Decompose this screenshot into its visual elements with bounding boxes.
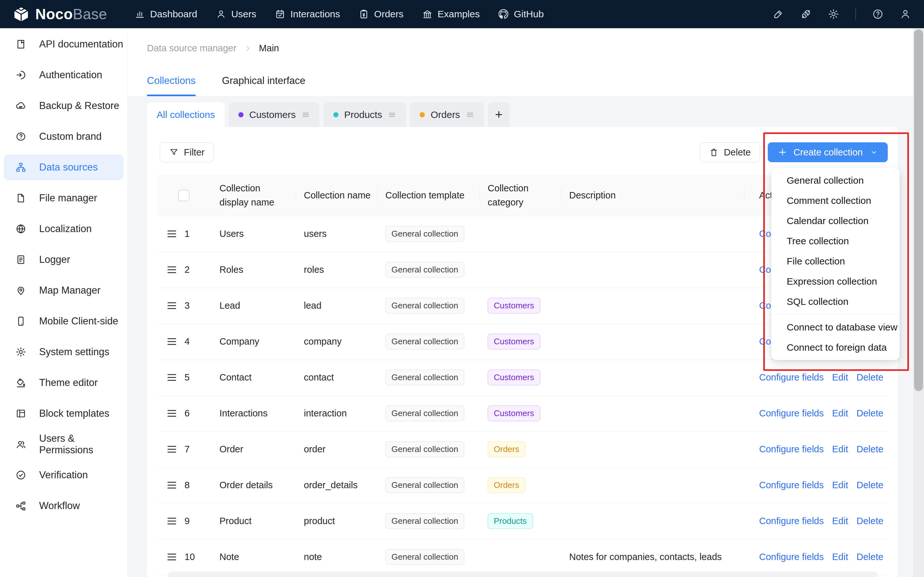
account-icon[interactable] <box>900 8 911 20</box>
sidebar-item-data-sources[interactable]: Data sources <box>4 155 124 180</box>
row-index: 9 <box>184 516 190 526</box>
nav-item-orders[interactable]: Orders <box>359 9 404 19</box>
configure-fields-link[interactable]: Configure fields <box>759 444 824 455</box>
drag-handle-icon[interactable] <box>168 374 176 381</box>
cell-display-name: Order <box>212 444 296 455</box>
configure-fields-link[interactable]: Configure fields <box>759 372 824 383</box>
menu-item-file-collection[interactable]: File collection <box>771 251 900 271</box>
row-index: 10 <box>184 552 195 562</box>
drag-handle-icon[interactable] <box>168 230 176 237</box>
delete-link[interactable]: Delete <box>856 372 883 383</box>
drag-handle-icon[interactable] <box>168 518 176 524</box>
breadcrumb-parent[interactable]: Data source manager <box>147 43 236 53</box>
bar-chart-icon <box>135 9 145 19</box>
configure-fields-link[interactable]: Configure fields <box>759 552 824 562</box>
delete-link[interactable]: Delete <box>856 552 883 562</box>
settings-gear-icon[interactable] <box>828 8 839 20</box>
plugin-manager-icon[interactable] <box>800 8 812 20</box>
tab-menu-icon[interactable] <box>466 111 474 119</box>
category-tag: Customers <box>488 298 540 314</box>
products-dot <box>333 112 338 117</box>
sidebar-item-custom-brand[interactable]: Custom brand <box>0 121 128 152</box>
tab-orders[interactable]: Orders <box>410 102 484 127</box>
ui-editor-pen-icon[interactable] <box>772 8 784 20</box>
menu-item-connect-foreign-data[interactable]: Connect to foreign data <box>771 337 900 358</box>
sidebar-item-verification[interactable]: Verification <box>0 460 128 490</box>
sidebar-item-workflow[interactable]: Workflow <box>0 490 128 521</box>
tab-menu-icon[interactable] <box>302 111 310 119</box>
sidebar-item-localization[interactable]: Localization <box>0 213 128 244</box>
cell-description: Notes for companies, contacts, leads <box>561 552 744 562</box>
edit-link[interactable]: Edit <box>832 480 848 490</box>
menu-item-general-collection[interactable]: General collection <box>771 170 900 190</box>
sidebar-item-theme-editor[interactable]: Theme editor <box>0 367 128 398</box>
delete-link[interactable]: Delete <box>856 516 883 526</box>
create-collection-button[interactable]: Create collection <box>768 142 888 162</box>
drag-handle-icon[interactable] <box>168 554 176 560</box>
drag-handle-icon[interactable] <box>168 446 176 453</box>
template-tag: General collection <box>385 477 464 493</box>
drag-handle-icon[interactable] <box>168 482 176 488</box>
tab-menu-icon[interactable] <box>388 111 396 119</box>
sidebar-item-mobile-client[interactable]: Mobile Client-side <box>0 306 128 337</box>
sidebar-item-authentication[interactable]: Authentication <box>0 60 128 90</box>
page-scrollbar[interactable] <box>913 28 924 577</box>
scrollbar-thumb[interactable] <box>914 29 923 391</box>
people-icon <box>15 439 26 450</box>
login-icon <box>15 69 26 81</box>
edit-link[interactable]: Edit <box>832 552 848 562</box>
tab-all-collections[interactable]: All collections <box>147 102 225 127</box>
cell-name: order_details <box>296 480 378 490</box>
row-actions: Configure fieldsEditDelete <box>744 372 889 383</box>
delete-link[interactable]: Delete <box>856 480 883 490</box>
edit-link[interactable]: Edit <box>832 444 848 455</box>
row-index: 2 <box>184 264 190 275</box>
tab-graphical-interface[interactable]: Graphical interface <box>222 75 305 96</box>
sidebar-item-block-templates[interactable]: Block templates <box>0 398 128 429</box>
sidebar-item-map-manager[interactable]: Map Manager <box>0 275 128 306</box>
nav-item-interactions[interactable]: Interactions <box>275 9 340 19</box>
nav-item-dashboard[interactable]: Dashboard <box>135 9 197 19</box>
configure-fields-link[interactable]: Configure fields <box>759 408 824 419</box>
edit-link[interactable]: Edit <box>832 408 848 419</box>
edit-link[interactable]: Edit <box>832 516 848 526</box>
tab-customers[interactable]: Customers <box>229 102 320 127</box>
help-icon[interactable] <box>872 8 884 20</box>
delete-button[interactable]: Delete <box>700 142 760 162</box>
main-nav: Dashboard Users Interactions Orders Exam… <box>135 9 544 19</box>
nav-item-examples[interactable]: Examples <box>422 9 480 19</box>
nav-item-users[interactable]: Users <box>216 9 256 19</box>
edit-link[interactable]: Edit <box>832 372 848 383</box>
sidebar-item-api-documentation[interactable]: API documentation <box>0 29 128 60</box>
tab-collections[interactable]: Collections <box>147 75 196 96</box>
select-all-checkbox[interactable] <box>178 190 190 201</box>
cell-name: roles <box>296 264 378 275</box>
menu-item-sql-collection[interactable]: SQL collection <box>771 292 900 311</box>
drag-handle-icon[interactable] <box>168 302 176 309</box>
add-category-tab-button[interactable]: + <box>488 102 509 127</box>
drag-handle-icon[interactable] <box>168 266 176 273</box>
delete-link[interactable]: Delete <box>856 444 883 455</box>
filter-button[interactable]: Filter <box>160 142 214 162</box>
delete-link[interactable]: Delete <box>856 408 883 419</box>
drag-handle-icon[interactable] <box>168 410 176 417</box>
drag-handle-icon[interactable] <box>168 338 176 345</box>
menu-item-comment-collection[interactable]: Comment collection <box>771 190 900 211</box>
sidebar-item-users-permissions[interactable]: Users & Permissions <box>0 429 128 460</box>
template-tag: General collection <box>385 262 464 278</box>
menu-item-connect-database-view[interactable]: Connect to database view <box>771 317 900 337</box>
sidebar-item-file-manager[interactable]: File manager <box>0 183 128 213</box>
sidebar-item-backup-restore[interactable]: Backup & Restore <box>0 90 128 121</box>
menu-item-calendar-collection[interactable]: Calendar collection <box>771 211 900 231</box>
sidebar-item-logger[interactable]: Logger <box>0 244 128 275</box>
workflow-icon <box>15 500 26 511</box>
nocobase-logo[interactable]: NocoBase <box>12 5 107 23</box>
sidebar-item-system-settings[interactable]: System settings <box>0 337 128 367</box>
category-tag: Customers <box>488 370 540 386</box>
menu-item-expression-collection[interactable]: Expression collection <box>771 271 900 292</box>
tab-products[interactable]: Products <box>324 102 406 127</box>
configure-fields-link[interactable]: Configure fields <box>759 480 824 490</box>
configure-fields-link[interactable]: Configure fields <box>759 516 824 526</box>
nav-item-github[interactable]: GitHub <box>498 9 543 19</box>
menu-item-tree-collection[interactable]: Tree collection <box>771 231 900 251</box>
